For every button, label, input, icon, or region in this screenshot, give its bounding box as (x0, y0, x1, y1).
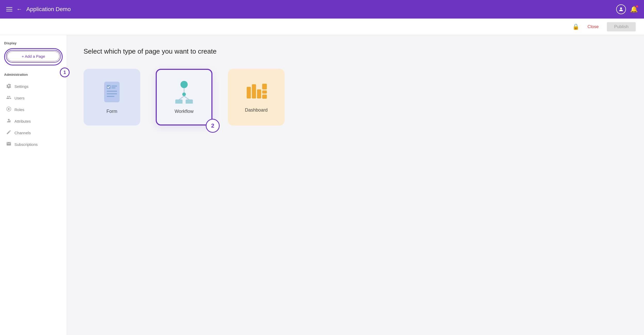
attributes-icon (6, 118, 11, 124)
header-right: 🔔 (616, 4, 638, 14)
add-page-highlight: + Add a Page (4, 48, 63, 65)
workflow-card-label: Workflow (175, 109, 194, 114)
dashboard-icon (245, 82, 268, 102)
svg-point-11 (180, 81, 188, 88)
close-button[interactable]: Close (583, 22, 603, 31)
app-title: Application Demo (26, 6, 71, 13)
svg-rect-17 (186, 99, 193, 104)
back-arrow-icon[interactable]: ← (16, 6, 22, 13)
notification-badge (636, 5, 638, 8)
roles-label: Roles (14, 107, 24, 112)
workflow-card[interactable]: Workflow (156, 69, 212, 125)
main-layout: Display + Add a Page Administration Sett… (0, 35, 644, 335)
attributes-label: Attributes (14, 119, 31, 123)
notification-icon[interactable]: 🔔 (630, 6, 638, 13)
channels-icon (6, 130, 11, 136)
svg-line-14 (179, 96, 184, 100)
settings-icon (6, 83, 11, 90)
svg-line-15 (184, 96, 189, 100)
svg-rect-16 (175, 99, 183, 104)
user-avatar[interactable] (616, 4, 626, 14)
display-section-label: Display (4, 41, 63, 45)
add-page-button[interactable]: + Add a Page (7, 51, 60, 61)
add-page-button-wrapper: + Add a Page (6, 50, 61, 63)
sidebar-item-attributes[interactable]: Attributes (4, 115, 63, 127)
page-types-row: Form (84, 69, 628, 125)
workflow-card-container: Workflow 2 (156, 69, 212, 125)
step-badge-1: 1 (60, 68, 70, 77)
users-label: Users (14, 96, 24, 100)
subscriptions-label: Subscriptions (14, 142, 38, 147)
page-heading: Select which type of page you want to cr… (84, 47, 628, 55)
sidebar-item-roles[interactable]: Roles (4, 104, 63, 115)
form-card[interactable]: Form (84, 69, 140, 125)
svg-rect-20 (257, 89, 261, 98)
channels-label: Channels (14, 131, 31, 135)
sidebar-item-channels[interactable]: Channels (4, 127, 63, 139)
svg-rect-6 (111, 86, 117, 87)
svg-rect-8 (107, 91, 117, 92)
svg-rect-18 (247, 87, 251, 98)
app-header: ← Application Demo 🔔 (0, 0, 644, 19)
form-card-label: Form (106, 109, 117, 114)
svg-rect-21 (262, 84, 267, 89)
users-icon (6, 95, 11, 101)
step-badge-2: 2 (206, 119, 220, 133)
dashboard-card-label: Dashboard (245, 107, 268, 113)
svg-point-2 (8, 108, 10, 110)
svg-point-0 (620, 7, 622, 9)
svg-point-3 (10, 120, 11, 122)
roles-icon (6, 106, 11, 113)
svg-rect-10 (107, 96, 114, 97)
toolbar: 🔒 Close Publish (0, 19, 644, 35)
subscriptions-icon (6, 141, 11, 148)
sidebar-item-subscriptions[interactable]: Subscriptions (4, 139, 63, 150)
svg-rect-23 (262, 95, 267, 99)
settings-label: Settings (14, 84, 28, 89)
svg-rect-4 (104, 82, 120, 102)
administration-section-label: Administration (4, 73, 63, 77)
svg-rect-22 (262, 90, 267, 94)
publish-button[interactable]: Publish (607, 22, 636, 31)
svg-rect-19 (252, 84, 256, 98)
sidebar-item-settings[interactable]: Settings (4, 81, 63, 92)
form-icon (102, 80, 122, 104)
lock-icon: 🔒 (572, 23, 579, 30)
content-area: Select which type of page you want to cr… (67, 35, 644, 335)
dashboard-card[interactable]: Dashboard (228, 69, 285, 125)
svg-rect-9 (107, 93, 117, 94)
hamburger-menu-icon[interactable] (6, 7, 12, 11)
sidebar: Display + Add a Page Administration Sett… (0, 35, 67, 335)
sidebar-item-users[interactable]: Users (4, 92, 63, 104)
workflow-icon (171, 80, 197, 104)
svg-rect-7 (111, 87, 115, 88)
header-left: ← Application Demo (6, 6, 616, 13)
svg-point-13 (182, 93, 186, 96)
